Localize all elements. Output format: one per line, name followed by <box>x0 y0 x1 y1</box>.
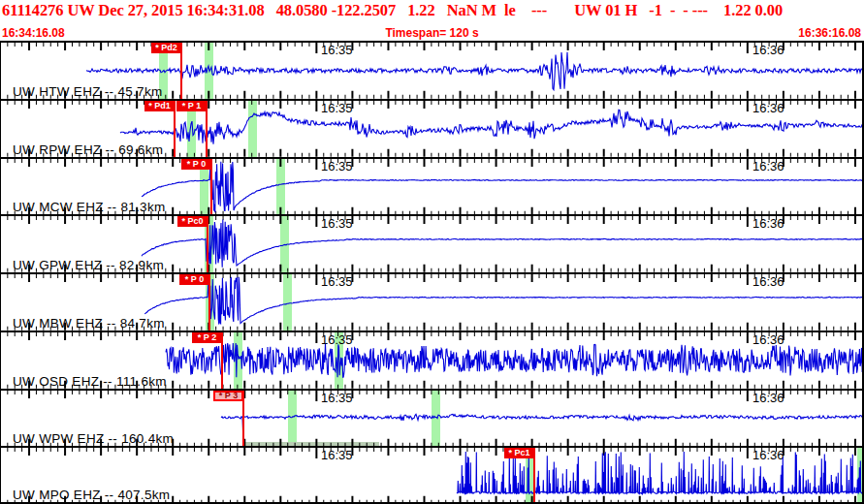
channel-row-mpo[interactable]: 16:3516:36* Pc1UW MPO EHZ -- 407.5km <box>1 446 862 504</box>
channel-row-osd[interactable]: 16:3516:36* P 2UW OSD EHZ -- 111.6km <box>1 331 862 389</box>
station-label: UW GPW EHZ -- 82.9km <box>13 258 164 272</box>
timeline-timespan: Timespan= 120 s <box>0 26 864 40</box>
channel-row-htw[interactable]: 16:3516:36* Pd2UW HTW EHZ -- 45.7km <box>1 41 862 99</box>
station-label: UW RPW EHZ -- 69.6km <box>13 142 163 157</box>
channel-stack: 16:3516:36* Pd2UW HTW EHZ -- 45.7km16:35… <box>0 41 864 504</box>
seismogram-viewer: 61114276 UW Dec 27, 2015 16:34:31.08 48.… <box>0 0 864 504</box>
station-label: UW MPO EHZ -- 407.5km <box>13 488 170 502</box>
station-label: UW MCW EHZ -- 81.3km <box>13 200 166 214</box>
phase-pick-flag[interactable]: * P 2 <box>192 332 222 343</box>
seismic-trace <box>166 343 862 378</box>
timeline-end-time: 16:36:16.08 <box>798 26 861 40</box>
phase-pick-flag[interactable]: * Pd2 <box>151 43 181 53</box>
phase-pick-flag[interactable]: * Pd1 <box>144 101 175 111</box>
seismic-trace <box>86 52 862 90</box>
channel-row-wpw[interactable]: 16:3516:36* P 3UW WPW EHZ -- 160.4km <box>1 389 862 447</box>
seismic-trace <box>120 110 862 143</box>
channel-row-mbw[interactable]: 16:3516:36* P 0UW MBW EHZ -- 84.7km <box>1 272 862 331</box>
phase-pick-flag[interactable]: * P 0 <box>179 274 209 285</box>
channel-row-rpw[interactable]: 16:3516:36* Pd1* P 1UW RPW EHZ -- 69.6km <box>1 99 862 157</box>
phase-pick-flag[interactable]: * P 3 <box>213 391 243 401</box>
channel-row-mcw[interactable]: 16:3516:36* P 0UW MCW EHZ -- 81.3km <box>1 157 862 215</box>
station-label: UW MBW EHZ -- 84.7km <box>13 316 165 331</box>
seismic-trace <box>142 161 862 212</box>
phase-pick-flag[interactable]: * Pc0 <box>177 216 208 227</box>
phase-pick-flag[interactable]: * P 0 <box>181 159 211 170</box>
seismic-trace <box>142 220 862 268</box>
phase-pick-flag[interactable]: * P 1 <box>176 101 207 111</box>
phase-pick-flag[interactable]: * Pc1 <box>504 448 534 458</box>
event-summary-header: 61114276 UW Dec 27, 2015 16:34:31.08 48.… <box>2 1 864 25</box>
channel-row-gpw[interactable]: 16:3516:36* Pc0UW GPW EHZ -- 82.9km <box>1 214 862 272</box>
station-label: UW HTW EHZ -- 45.7km <box>13 84 163 99</box>
seismic-trace <box>144 277 862 325</box>
seismic-trace <box>221 412 862 442</box>
station-label: UW OSD EHZ -- 111.6km <box>13 374 167 389</box>
station-label: UW WPW EHZ -- 160.4km <box>13 431 174 446</box>
